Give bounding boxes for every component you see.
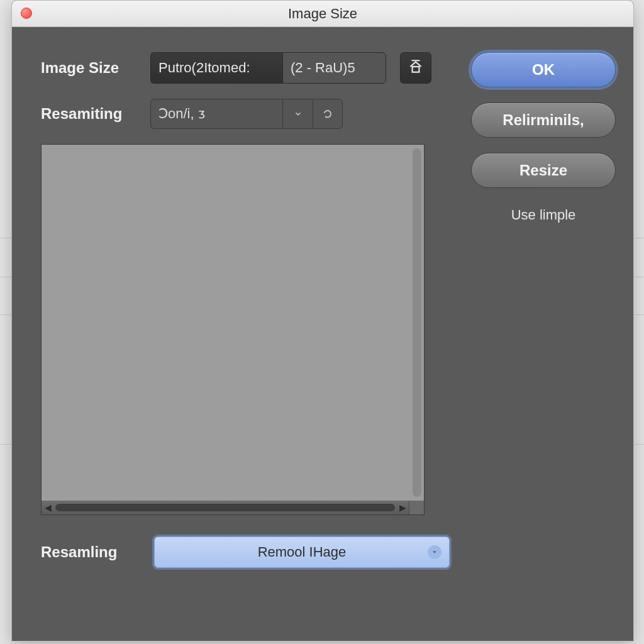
home-up-icon [408, 58, 424, 77]
image-size-field[interactable]: Putro(2Itomed: (2 - RaU)5 [150, 52, 386, 84]
scroll-left-icon[interactable]: ◀ [42, 501, 54, 514]
side-button-column: OK Relirminils, Resize Use limple [471, 52, 616, 223]
image-size-readout: (2 - RaU)5 [282, 52, 386, 84]
image-size-row: Image Size Putro(2Itomed: (2 - RaU)5 [41, 52, 469, 84]
use-limple-text: Use limple [471, 207, 616, 223]
chevron-down-icon[interactable] [428, 545, 441, 559]
scroll-right-icon[interactable]: ▶ [396, 501, 409, 514]
ok-button[interactable]: OK [471, 52, 616, 87]
resampling-top-label: Resamiting [41, 105, 142, 123]
svg-rect-0 [413, 67, 419, 72]
dialog-body: Image Size Putro(2Itomed: (2 - RaU)5 Res… [12, 27, 633, 641]
resampling-top-value: Ɔon/i, ᴣ [150, 99, 282, 129]
resampling-bottom-dropdown[interactable]: Remool IHage [154, 536, 450, 568]
horizontal-scrollbar[interactable]: ◀ ▶ [42, 501, 409, 514]
preview-pane: ◀ ▶ [41, 144, 425, 515]
resampling-bottom-label: Resamling [41, 543, 142, 561]
chevron-down-icon[interactable] [282, 99, 313, 129]
vertical-scrollbar[interactable] [413, 148, 421, 497]
resampling-bottom-row: Resamling Remool IHage [41, 536, 469, 568]
undo-icon[interactable] [313, 99, 343, 129]
image-size-value[interactable]: Putro(2Itomed: [150, 52, 282, 84]
resampling-top-dropdown[interactable]: Ɔon/i, ᴣ [150, 99, 343, 129]
resize-button[interactable]: Resize [471, 153, 616, 188]
scroll-corner [409, 501, 424, 514]
relirminils-button[interactable]: Relirminils, [471, 103, 616, 138]
titlebar: Image Size [12, 1, 633, 27]
window-title: Image Size [12, 6, 633, 22]
image-size-label: Image Size [41, 59, 142, 77]
image-size-dialog: Image Size Image Size Putro(2Itomed: (2 … [11, 0, 634, 641]
horizontal-scroll-thumb[interactable] [55, 504, 395, 511]
fit-to-screen-button[interactable] [400, 52, 431, 84]
resampling-top-row: Resamiting Ɔon/i, ᴣ [41, 99, 469, 129]
close-icon[interactable] [21, 8, 32, 19]
resampling-bottom-value: Remool IHage [164, 544, 440, 560]
